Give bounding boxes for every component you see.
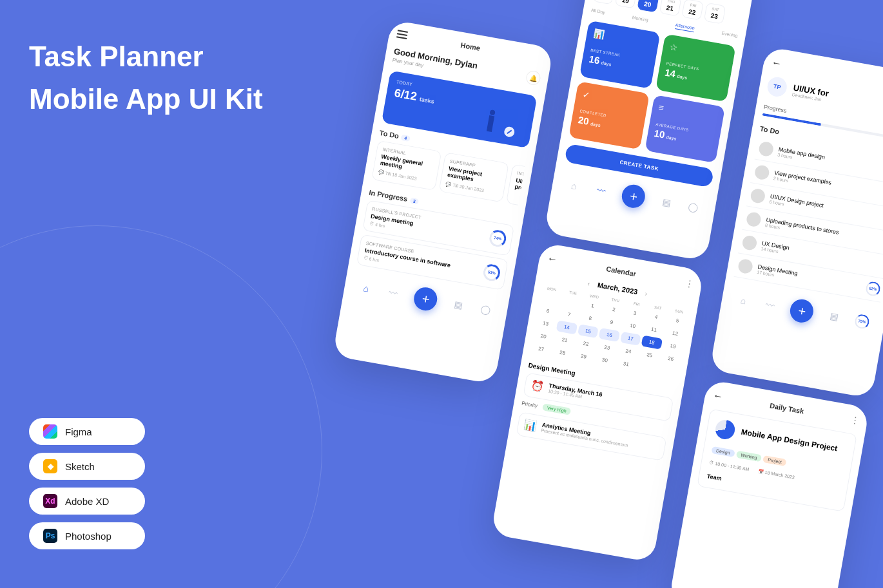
fab-add[interactable]: + xyxy=(620,183,647,210)
cal-day[interactable] xyxy=(658,365,679,379)
cal-day[interactable]: 23 xyxy=(596,341,617,355)
cal-day[interactable]: 3 xyxy=(625,306,646,320)
stat-card[interactable]: ☆PERFECT DAYS14days xyxy=(655,33,736,102)
nav-activity-icon[interactable]: 〰 xyxy=(763,299,777,312)
stat-card[interactable]: ≡AVERAGE DAYS10days xyxy=(645,95,725,163)
nav-profile-icon[interactable]: ◯ xyxy=(687,200,701,214)
day-pill[interactable]: SAT23 xyxy=(704,3,726,24)
stat-card[interactable]: 📊BEST STREAK16days xyxy=(579,21,660,89)
nav-home-icon[interactable]: ⌂ xyxy=(737,294,750,307)
cal-day[interactable]: 10 xyxy=(622,319,643,333)
nav-profile-icon[interactable]: ◯ xyxy=(479,303,492,316)
period-tab[interactable]: Morning xyxy=(632,15,649,24)
day-pill[interactable]: TUE19 xyxy=(615,0,637,8)
figma-icon xyxy=(43,424,57,439)
more-icon[interactable]: ⋮ xyxy=(849,415,860,426)
back-icon[interactable]: ← xyxy=(771,57,783,70)
cal-day[interactable]: 1 xyxy=(582,299,603,313)
cal-day[interactable]: 11 xyxy=(643,323,665,337)
month-label: March, 2023 xyxy=(597,281,638,296)
day-pill[interactable]: THU21 xyxy=(659,0,682,17)
project-card[interactable]: Mobile App Design Project DesignWorkingP… xyxy=(697,409,857,512)
todo-card[interactable]: INTERNAL UI/UX project xyxy=(506,164,525,209)
period-tab[interactable]: Evening xyxy=(721,31,738,40)
next-month-icon[interactable]: › xyxy=(645,290,648,297)
menu-icon[interactable] xyxy=(396,30,408,39)
illustration xyxy=(478,104,529,147)
cal-day[interactable] xyxy=(561,295,582,309)
cal-day[interactable]: 28 xyxy=(552,346,573,360)
bell-icon[interactable]: 🔔 xyxy=(525,70,541,86)
avatar xyxy=(741,234,757,251)
sketch-icon: ◆ xyxy=(43,459,57,473)
cal-day[interactable]: 13 xyxy=(535,317,556,331)
nav-tasks-icon[interactable]: ▤ xyxy=(452,298,465,312)
cal-day[interactable]: 6 xyxy=(538,304,559,318)
tag: Working xyxy=(736,451,762,462)
day-pill[interactable]: MON18 xyxy=(592,0,615,5)
cal-day[interactable]: 15 xyxy=(577,324,599,338)
cal-day[interactable]: 25 xyxy=(639,348,660,362)
cal-day[interactable]: 29 xyxy=(573,350,594,364)
cal-day[interactable]: 26 xyxy=(660,352,681,366)
tag: Project xyxy=(762,455,786,466)
cal-day[interactable]: 7 xyxy=(559,308,580,322)
period-tab[interactable]: Afternoon xyxy=(675,23,695,32)
tool-ps: PsPhotoshop xyxy=(29,522,145,549)
cal-day[interactable]: 14 xyxy=(556,320,577,334)
cal-day[interactable]: 22 xyxy=(576,337,597,351)
tool-xd: XdAdobe XD xyxy=(29,488,145,515)
day-pill[interactable]: FRI22 xyxy=(681,0,704,21)
ps-icon: Ps xyxy=(43,529,57,543)
cal-day[interactable]: 2 xyxy=(603,303,625,317)
cal-day[interactable]: 20 xyxy=(533,329,554,343)
cal-day[interactable]: 30 xyxy=(594,353,616,367)
cal-day[interactable]: 19 xyxy=(663,339,684,353)
nav-activity-icon[interactable]: 〰 xyxy=(386,287,400,300)
day-pill[interactable]: WED20 xyxy=(637,0,659,12)
tools-list: Figma ◆Sketch XdAdobe XD PsPhotoshop xyxy=(29,418,145,549)
nav-tasks-icon[interactable]: ▤ xyxy=(828,310,841,323)
avatar xyxy=(746,211,762,227)
back-icon[interactable]: ← xyxy=(547,252,559,266)
avatar xyxy=(737,258,753,274)
time-label: ⏱ 10:00 - 11:30 AM xyxy=(709,460,750,473)
phone-home: Home Good Morning, Dylan Plan your day 🔔… xyxy=(333,19,554,384)
screen-title: Calendar xyxy=(606,265,637,278)
stat-card[interactable]: ✓COMPLETED20days xyxy=(568,81,649,149)
back-icon[interactable]: ← xyxy=(712,390,724,403)
priority-label: Priority xyxy=(521,401,538,409)
cal-day[interactable] xyxy=(637,361,658,375)
cal-day[interactable]: 21 xyxy=(554,333,576,347)
cal-day[interactable]: 27 xyxy=(530,342,552,356)
priority-tag: Very High xyxy=(542,403,572,415)
nav-home-icon[interactable]: ⌂ xyxy=(567,179,581,193)
cal-day[interactable]: 17 xyxy=(620,332,641,346)
phone-daily: ← Daily Task ⋮ Mobile App Design Project… xyxy=(668,379,869,588)
cal-day[interactable]: 12 xyxy=(665,327,686,341)
nav-activity-icon[interactable]: 〰 xyxy=(594,184,608,197)
xd-icon: Xd xyxy=(43,494,57,508)
progress-ring: 53% xyxy=(482,263,501,282)
more-icon[interactable]: ⋮ xyxy=(684,278,695,289)
todo-card[interactable]: SUPERAPP View project examples 💬 Till 20… xyxy=(439,152,509,202)
fab-add[interactable]: + xyxy=(412,285,440,312)
cal-day[interactable] xyxy=(539,291,561,305)
cal-day[interactable]: 16 xyxy=(599,328,620,342)
prev-month-icon[interactable]: ‹ xyxy=(587,280,590,287)
cal-day[interactable]: 9 xyxy=(601,315,622,329)
avatar xyxy=(754,164,770,180)
period-tab[interactable]: All Day xyxy=(590,8,606,17)
avatar xyxy=(750,188,766,204)
cal-day[interactable]: 24 xyxy=(617,344,639,358)
cal-day[interactable]: 18 xyxy=(641,336,663,350)
fab-add[interactable]: + xyxy=(789,298,816,325)
cal-day[interactable]: 31 xyxy=(616,357,637,371)
cal-day[interactable]: 5 xyxy=(667,314,688,328)
cal-day[interactable]: 4 xyxy=(646,310,667,324)
cal-day[interactable]: 8 xyxy=(579,311,601,325)
todo-card[interactable]: INTERNAL Weekly general meeting 💬 Till 1… xyxy=(371,140,442,191)
nav-home-icon[interactable]: ⌂ xyxy=(360,281,373,295)
nav-tasks-icon[interactable]: ▤ xyxy=(660,195,674,209)
page-title: Task Planner Mobile App UI Kit xyxy=(29,35,263,120)
